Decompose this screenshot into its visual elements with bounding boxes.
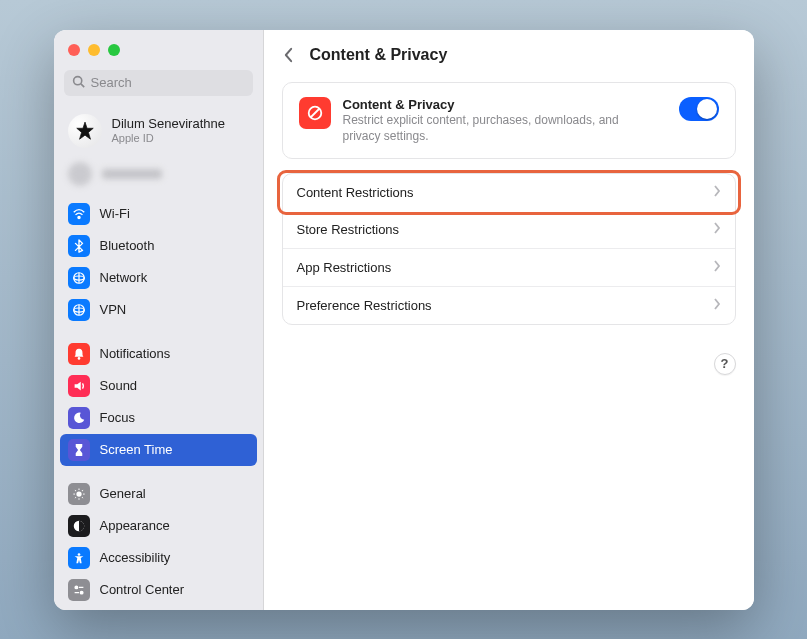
content-privacy-toggle[interactable] [679,97,719,121]
row-label: Content Restrictions [297,185,414,200]
row-preference-restrictions[interactable]: Preference Restrictions [283,286,735,324]
chevron-right-icon [713,185,721,200]
sidebar-item-bluetooth[interactable]: Bluetooth [60,230,257,262]
svg-point-16 [80,591,83,594]
row-content-restrictions[interactable]: Content Restrictions [283,174,735,211]
sidebar-nav: Wi-Fi Bluetooth Network VPN [54,196,263,610]
sidebar-item-general[interactable]: General [60,478,257,510]
sound-icon [68,375,90,397]
account-subtitle: Apple ID [112,132,225,144]
row-label: Store Restrictions [297,222,400,237]
header: Content & Privacy [264,30,754,72]
sidebar: Dilum Senevirathne Apple ID Wi-Fi Blueto… [54,30,264,610]
chevron-right-icon [713,298,721,313]
content-privacy-icon [299,97,331,129]
sidebar-item-screen-time[interactable]: Screen Time [60,434,257,466]
svg-line-20 [310,108,319,117]
general-icon [68,483,90,505]
accessibility-icon [68,547,90,569]
sidebar-item-control-center[interactable]: Control Center [60,574,257,606]
avatar [68,114,102,148]
settings-window: Dilum Senevirathne Apple ID Wi-Fi Blueto… [54,30,754,610]
fullscreen-window-button[interactable] [108,44,120,56]
wifi-icon [68,203,90,225]
svg-point-3 [77,216,79,218]
chevron-right-icon [713,260,721,275]
restrictions-list: Content Restrictions Store Restrictions … [282,173,736,325]
sidebar-item-siri-spotlight[interactable]: Siri & Spotlight [60,606,257,610]
back-button[interactable] [278,44,300,66]
minimize-window-button[interactable] [88,44,100,56]
row-label: App Restrictions [297,260,392,275]
content-privacy-card: Content & Privacy Restrict explicit cont… [282,82,736,159]
svg-point-0 [73,76,81,84]
svg-point-10 [77,357,80,360]
row-label: Preference Restrictions [297,298,432,313]
chevron-right-icon [713,222,721,237]
search-field[interactable] [64,70,253,96]
sidebar-item-label: Focus [100,410,135,425]
sidebar-item-label: Notifications [100,346,171,361]
sidebar-item-appearance[interactable]: Appearance [60,510,257,542]
family-row[interactable] [54,156,263,196]
sidebar-item-label: Wi-Fi [100,206,130,221]
network-icon [68,267,90,289]
page-title: Content & Privacy [310,46,448,64]
sidebar-item-label: Appearance [100,518,170,533]
sidebar-item-sound[interactable]: Sound [60,370,257,402]
sidebar-item-label: Screen Time [100,442,173,457]
row-store-restrictions[interactable]: Store Restrictions [283,211,735,248]
svg-marker-2 [76,122,93,139]
svg-point-13 [77,553,80,556]
control-center-icon [68,579,90,601]
help-button[interactable]: ? [714,353,736,375]
row-app-restrictions[interactable]: App Restrictions [283,248,735,286]
screen-time-icon [68,439,90,461]
main-content: Content & Privacy Content & Privacy Rest… [264,30,754,610]
window-controls [54,30,263,62]
content-privacy-subtitle: Restrict explicit content, purchases, do… [343,112,643,144]
search-icon [72,75,85,91]
sidebar-item-vpn[interactable]: VPN [60,294,257,326]
sidebar-item-notifications[interactable]: Notifications [60,338,257,370]
sidebar-item-label: Network [100,270,148,285]
close-window-button[interactable] [68,44,80,56]
sidebar-item-network[interactable]: Network [60,262,257,294]
content-privacy-title: Content & Privacy [343,97,643,112]
appearance-icon [68,515,90,537]
search-input[interactable] [91,75,245,90]
sidebar-item-label: VPN [100,302,127,317]
sidebar-item-label: General [100,486,146,501]
sidebar-item-label: Control Center [100,582,185,597]
sidebar-item-wifi[interactable]: Wi-Fi [60,198,257,230]
account-name: Dilum Senevirathne [112,117,225,131]
vpn-icon [68,299,90,321]
sidebar-item-accessibility[interactable]: Accessibility [60,542,257,574]
svg-line-1 [80,83,83,86]
sidebar-item-focus[interactable]: Focus [60,402,257,434]
sidebar-item-label: Sound [100,378,138,393]
focus-icon [68,407,90,429]
notifications-icon [68,343,90,365]
svg-point-14 [75,586,78,589]
svg-point-11 [76,491,81,496]
bluetooth-icon [68,235,90,257]
sidebar-item-label: Accessibility [100,550,171,565]
apple-id-account[interactable]: Dilum Senevirathne Apple ID [54,106,263,156]
sidebar-item-label: Bluetooth [100,238,155,253]
